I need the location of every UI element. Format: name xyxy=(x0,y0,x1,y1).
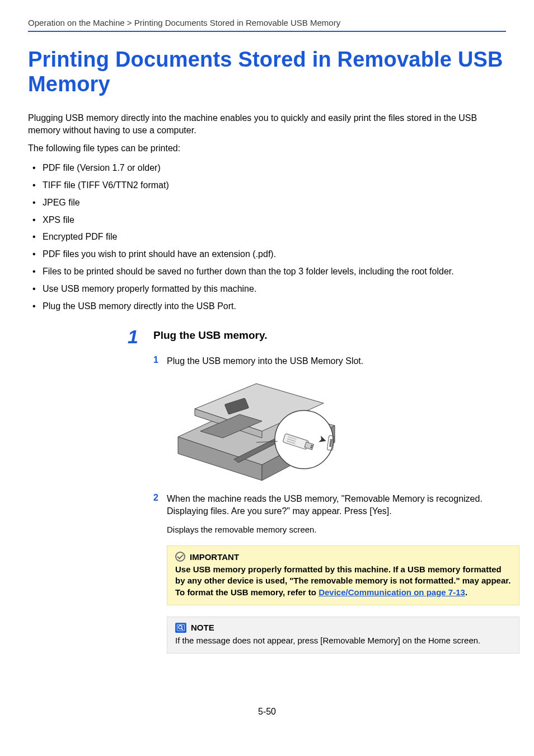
step-number: 1 xyxy=(128,326,138,348)
note-icon xyxy=(175,623,186,633)
substep-text: When the machine reads the USB memory, "… xyxy=(167,493,506,517)
check-icon xyxy=(175,552,185,562)
substep-1: 1 Plug the USB memory into the USB Memor… xyxy=(128,355,506,367)
page-number: 5-50 xyxy=(0,707,534,717)
list-item: XPS file xyxy=(30,212,506,229)
list-item: PDF file (Version 1.7 or older) xyxy=(30,160,506,177)
intro-paragraph-1: Plugging USB memory directly into the ma… xyxy=(28,112,506,136)
note-callout: NOTE If the message does not appear, pre… xyxy=(167,617,519,654)
substep-2-result: Displays the removable memory screen. xyxy=(167,525,506,534)
breadcrumb: Operation on the Machine > Printing Docu… xyxy=(28,18,506,32)
step-heading: Plug the USB memory. xyxy=(153,328,506,355)
substep-number: 1 xyxy=(153,355,158,365)
important-callout: IMPORTANT Use USB memory properly format… xyxy=(167,545,519,605)
list-item: PDF files you wish to print should have … xyxy=(30,246,506,263)
important-text-after: . xyxy=(465,587,467,597)
substep-2: 2 When the machine reads the USB memory,… xyxy=(128,493,506,517)
file-type-list: PDF file (Version 1.7 or older) TIFF fil… xyxy=(28,160,506,315)
device-communication-link[interactable]: Device/Communication on page 7-13 xyxy=(318,587,465,597)
step-1: 1 Plug the USB memory. 1 Plug the USB me… xyxy=(28,328,506,654)
important-text: Use USB memory properly formatted by thi… xyxy=(175,564,511,598)
substep-text: Plug the USB memory into the USB Memory … xyxy=(167,355,506,367)
list-item: Use USB memory properly formatted by thi… xyxy=(30,281,506,298)
list-item: Files to be printed should be saved no f… xyxy=(30,263,506,281)
note-label: NOTE xyxy=(191,623,214,632)
important-label: IMPORTANT xyxy=(190,552,239,562)
list-item: TIFF file (TIFF V6/TTN2 format) xyxy=(30,177,506,194)
list-item: Encrypted PDF file xyxy=(30,228,506,246)
intro-paragraph-2: The following file types can be printed: xyxy=(28,142,506,155)
list-item: Plug the USB memory directly into the US… xyxy=(30,298,506,315)
substep-number: 2 xyxy=(153,493,158,503)
note-text: If the message does not appear, press [R… xyxy=(175,635,511,646)
printer-usb-figure xyxy=(167,375,346,482)
list-item: JPEG file xyxy=(30,194,506,212)
page-title: Printing Documents Stored in Removable U… xyxy=(28,48,506,96)
svg-line-21 xyxy=(181,628,183,630)
